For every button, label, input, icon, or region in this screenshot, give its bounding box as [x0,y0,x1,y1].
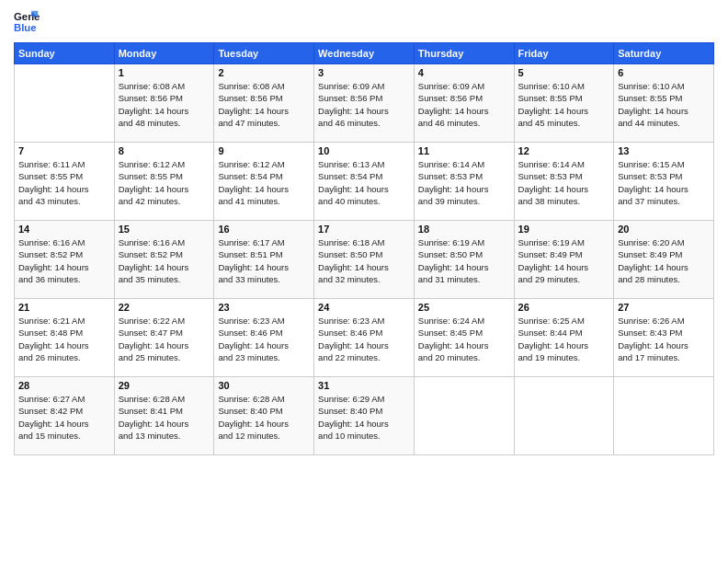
calendar-cell: 10Sunrise: 6:13 AM Sunset: 8:54 PM Dayli… [314,143,415,221]
day-number: 28 [18,380,110,391]
day-number: 1 [119,67,210,78]
day-number: 23 [218,302,310,313]
day-info: Sunrise: 6:16 AM Sunset: 8:52 PM Dayligh… [119,236,210,285]
day-info: Sunrise: 6:08 AM Sunset: 8:56 PM Dayligh… [119,80,210,129]
calendar-week-3: 14Sunrise: 6:16 AM Sunset: 8:52 PM Dayli… [15,221,714,299]
day-info: Sunrise: 6:10 AM Sunset: 8:55 PM Dayligh… [618,80,710,129]
calendar-cell: 18Sunrise: 6:19 AM Sunset: 8:50 PM Dayli… [414,221,514,299]
calendar-cell: 13Sunrise: 6:15 AM Sunset: 8:53 PM Dayli… [614,143,714,221]
calendar-cell [15,64,115,143]
header-friday: Friday [514,43,614,64]
calendar-cell [414,377,514,455]
day-number: 19 [518,224,610,235]
calendar-cell: 1Sunrise: 6:08 AM Sunset: 8:56 PM Daylig… [114,64,214,143]
day-number: 11 [418,145,510,156]
day-info: Sunrise: 6:27 AM Sunset: 8:42 PM Dayligh… [18,393,110,442]
calendar-cell: 5Sunrise: 6:10 AM Sunset: 8:55 PM Daylig… [514,64,614,143]
day-info: Sunrise: 6:22 AM Sunset: 8:47 PM Dayligh… [119,315,210,363]
day-number: 31 [318,380,410,391]
day-number: 18 [418,224,510,235]
day-number: 7 [18,145,110,156]
day-info: Sunrise: 6:09 AM Sunset: 8:56 PM Dayligh… [318,80,410,129]
day-info: Sunrise: 6:19 AM Sunset: 8:49 PM Dayligh… [518,236,610,285]
day-info: Sunrise: 6:15 AM Sunset: 8:53 PM Dayligh… [618,158,710,207]
calendar-table: Sunday Monday Tuesday Wednesday Thursday… [14,42,714,455]
calendar-cell: 21Sunrise: 6:21 AM Sunset: 8:48 PM Dayli… [15,299,115,377]
day-number: 3 [318,67,410,78]
day-info: Sunrise: 6:19 AM Sunset: 8:50 PM Dayligh… [418,236,510,285]
calendar-cell: 6Sunrise: 6:10 AM Sunset: 8:55 PM Daylig… [614,64,714,143]
calendar-cell: 24Sunrise: 6:23 AM Sunset: 8:46 PM Dayli… [314,299,415,377]
day-info: Sunrise: 6:26 AM Sunset: 8:43 PM Dayligh… [618,315,710,363]
day-info: Sunrise: 6:17 AM Sunset: 8:51 PM Dayligh… [218,236,310,285]
calendar-cell: 3Sunrise: 6:09 AM Sunset: 8:56 PM Daylig… [314,64,415,143]
calendar-cell: 2Sunrise: 6:08 AM Sunset: 8:56 PM Daylig… [214,64,314,143]
calendar-cell: 15Sunrise: 6:16 AM Sunset: 8:52 PM Dayli… [114,221,214,299]
day-info: Sunrise: 6:20 AM Sunset: 8:49 PM Dayligh… [618,236,710,285]
header-monday: Monday [114,43,214,64]
day-number: 9 [218,145,310,156]
day-number: 27 [618,302,710,313]
calendar-cell: 14Sunrise: 6:16 AM Sunset: 8:52 PM Dayli… [15,221,115,299]
calendar-cell [514,377,614,455]
day-info: Sunrise: 6:11 AM Sunset: 8:55 PM Dayligh… [18,158,110,207]
svg-text:Blue: Blue [14,22,37,33]
day-info: Sunrise: 6:21 AM Sunset: 8:48 PM Dayligh… [18,315,110,363]
day-info: Sunrise: 6:25 AM Sunset: 8:44 PM Dayligh… [518,315,610,363]
calendar-week-2: 7Sunrise: 6:11 AM Sunset: 8:55 PM Daylig… [15,143,714,221]
calendar-cell: 31Sunrise: 6:29 AM Sunset: 8:40 PM Dayli… [314,377,415,455]
calendar-cell: 4Sunrise: 6:09 AM Sunset: 8:56 PM Daylig… [414,64,514,143]
day-number: 10 [318,145,410,156]
day-info: Sunrise: 6:12 AM Sunset: 8:55 PM Dayligh… [119,158,210,207]
calendar-cell: 23Sunrise: 6:23 AM Sunset: 8:46 PM Dayli… [214,299,314,377]
logo: General Blue [14,9,43,35]
day-info: Sunrise: 6:23 AM Sunset: 8:46 PM Dayligh… [318,315,410,363]
calendar-cell: 17Sunrise: 6:18 AM Sunset: 8:50 PM Dayli… [314,221,415,299]
calendar-cell: 30Sunrise: 6:28 AM Sunset: 8:40 PM Dayli… [214,377,314,455]
day-info: Sunrise: 6:08 AM Sunset: 8:56 PM Dayligh… [218,80,310,129]
day-info: Sunrise: 6:18 AM Sunset: 8:50 PM Dayligh… [318,236,410,285]
calendar-cell: 22Sunrise: 6:22 AM Sunset: 8:47 PM Dayli… [114,299,214,377]
day-number: 25 [418,302,510,313]
calendar-cell: 19Sunrise: 6:19 AM Sunset: 8:49 PM Dayli… [514,221,614,299]
day-info: Sunrise: 6:12 AM Sunset: 8:54 PM Dayligh… [218,158,310,207]
day-number: 22 [119,302,210,313]
calendar-cell: 25Sunrise: 6:24 AM Sunset: 8:45 PM Dayli… [414,299,514,377]
calendar-cell: 27Sunrise: 6:26 AM Sunset: 8:43 PM Dayli… [614,299,714,377]
calendar-cell: 29Sunrise: 6:28 AM Sunset: 8:41 PM Dayli… [114,377,214,455]
calendar-week-4: 21Sunrise: 6:21 AM Sunset: 8:48 PM Dayli… [15,299,714,377]
header-thursday: Thursday [414,43,514,64]
calendar-cell: 12Sunrise: 6:14 AM Sunset: 8:53 PM Dayli… [514,143,614,221]
day-number: 13 [618,145,710,156]
day-info: Sunrise: 6:28 AM Sunset: 8:40 PM Dayligh… [218,393,310,442]
day-info: Sunrise: 6:23 AM Sunset: 8:46 PM Dayligh… [218,315,310,363]
calendar-cell [614,377,714,455]
calendar-cell: 28Sunrise: 6:27 AM Sunset: 8:42 PM Dayli… [15,377,115,455]
day-number: 12 [518,145,610,156]
day-number: 24 [318,302,410,313]
day-number: 29 [119,380,210,391]
day-number: 16 [218,224,310,235]
calendar-cell: 7Sunrise: 6:11 AM Sunset: 8:55 PM Daylig… [15,143,115,221]
day-number: 20 [618,224,710,235]
header-wednesday: Wednesday [314,43,415,64]
day-info: Sunrise: 6:13 AM Sunset: 8:54 PM Dayligh… [318,158,410,207]
day-number: 15 [119,224,210,235]
day-info: Sunrise: 6:24 AM Sunset: 8:45 PM Dayligh… [418,315,510,363]
page-header: General Blue [14,9,714,35]
calendar-page: General Blue Sunday Monday Tuesday Wedne… [0,0,728,563]
day-number: 8 [119,145,210,156]
calendar-week-1: 1Sunrise: 6:08 AM Sunset: 8:56 PM Daylig… [15,64,714,143]
day-number: 21 [18,302,110,313]
header-tuesday: Tuesday [214,43,314,64]
day-info: Sunrise: 6:16 AM Sunset: 8:52 PM Dayligh… [18,236,110,285]
logo-icon: General Blue [14,9,40,35]
calendar-cell: 20Sunrise: 6:20 AM Sunset: 8:49 PM Dayli… [614,221,714,299]
calendar-cell: 16Sunrise: 6:17 AM Sunset: 8:51 PM Dayli… [214,221,314,299]
day-number: 2 [218,67,310,78]
calendar-cell: 11Sunrise: 6:14 AM Sunset: 8:53 PM Dayli… [414,143,514,221]
day-number: 4 [418,67,510,78]
day-info: Sunrise: 6:10 AM Sunset: 8:55 PM Dayligh… [518,80,610,129]
day-number: 30 [218,380,310,391]
day-number: 17 [318,224,410,235]
